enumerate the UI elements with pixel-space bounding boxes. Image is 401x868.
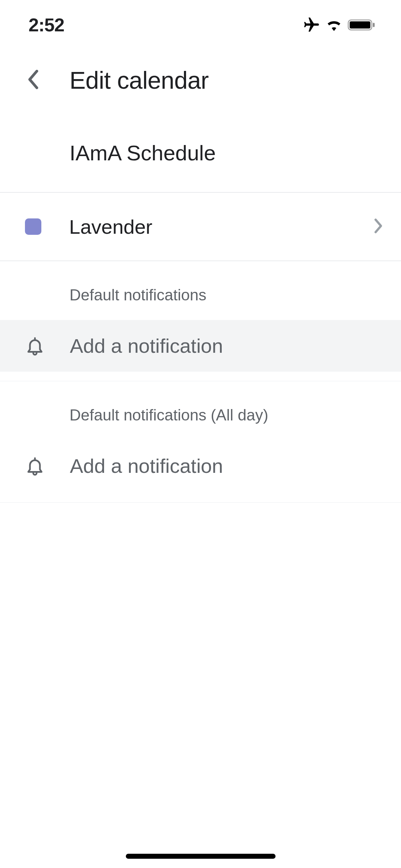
add-notification-button[interactable]: Add a notification — [0, 320, 401, 372]
bell-icon — [24, 335, 46, 357]
divider — [0, 502, 401, 503]
section-header-default-notifications-all-day: Default notifications (All day) — [0, 381, 401, 440]
svg-rect-2 — [373, 23, 375, 27]
chevron-right-icon — [372, 217, 383, 236]
svg-rect-1 — [350, 21, 370, 29]
add-notification-all-day-button[interactable]: Add a notification — [0, 440, 401, 492]
color-label: Lavender — [69, 215, 372, 238]
calendar-color-row[interactable]: Lavender — [0, 193, 401, 260]
section-header-label: Default notifications (All day) — [70, 406, 387, 424]
airplane-mode-icon — [303, 16, 320, 34]
status-icons — [303, 16, 376, 34]
section-header-default-notifications: Default notifications — [0, 261, 401, 320]
add-notification-label: Add a notification — [70, 334, 223, 357]
wifi-icon — [325, 18, 343, 32]
section-header-label: Default notifications — [70, 286, 387, 304]
color-swatch-icon — [25, 218, 41, 235]
battery-icon — [348, 18, 376, 32]
back-button[interactable] — [20, 66, 48, 94]
status-time: 2:52 — [29, 14, 64, 36]
home-indicator[interactable] — [126, 854, 276, 859]
add-notification-label: Add a notification — [70, 454, 223, 477]
bell-icon — [24, 455, 46, 477]
page-title: Edit calendar — [70, 66, 209, 94]
calendar-name-row: IAmA Schedule — [0, 116, 401, 192]
calendar-name: IAmA Schedule — [70, 141, 387, 165]
chevron-left-icon — [27, 69, 41, 92]
status-bar: 2:52 — [0, 0, 401, 50]
header: Edit calendar — [0, 50, 401, 116]
